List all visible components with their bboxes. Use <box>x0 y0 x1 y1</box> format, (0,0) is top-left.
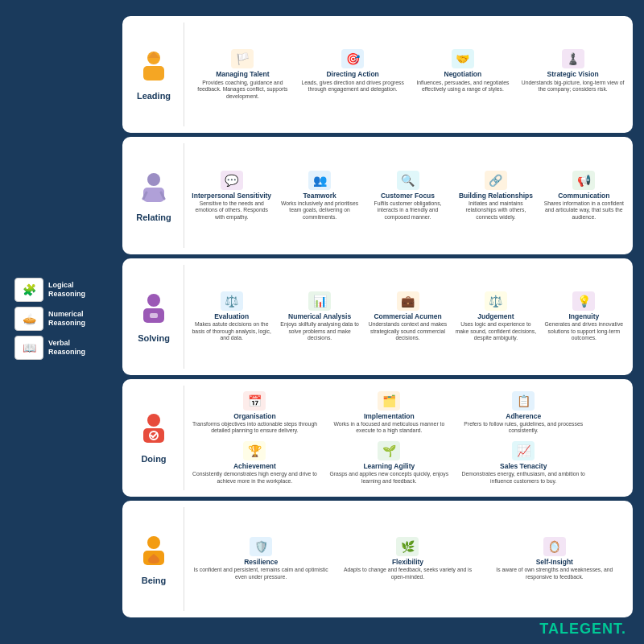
rows-panel: Leading🏳️Managing TalentProvides coachin… <box>122 16 633 617</box>
category-row-relating: Relating💬Interpersonal SensitivitySensit… <box>122 137 633 254</box>
competency-icon-achievement: 🏆 <box>243 441 266 460</box>
competency-name-sales-tenacity: Sales Tenacity <box>500 462 547 470</box>
svg-point-7 <box>147 294 160 307</box>
competencies-grid-doing: 📅OrganisationTransforms objectives into … <box>189 390 626 486</box>
competency-desc-customer-focus: Fulfils customer obligations, interacts … <box>367 200 448 221</box>
competency-icon-commercial-acumen: 💼 <box>397 291 419 311</box>
competency-desc-adherence: Prefers to follow rules, guidelines, and… <box>460 421 588 435</box>
svg-point-13 <box>147 536 160 549</box>
competency-name-learning-agility: Learning Agility <box>363 462 415 470</box>
competencies-grid-relating: 💬Interpersonal SensitivitySensitive to t… <box>189 169 626 223</box>
competency-name-self-insight: Self-Insight <box>536 558 573 566</box>
competencies-grid-solving: ⚖️EvaluationMakes astute decisions on th… <box>189 290 626 344</box>
competency-icon-ingenuity: 💡 <box>572 291 595 311</box>
competency-desc-evaluation: Makes astute decisions on the basis of t… <box>191 321 272 341</box>
competency-icon-numerical-analysis: 📊 <box>308 291 331 311</box>
category-divider-solving <box>184 265 184 369</box>
competency-icon-self-insight: 🪞 <box>543 537 566 556</box>
svg-point-3 <box>147 173 160 186</box>
competency-name-communication: Communication <box>558 192 609 200</box>
competency-name-achievement: Achievement <box>233 462 276 470</box>
competency-name-teamwork: Teamwork <box>303 192 336 200</box>
competency-name-customer-focus: Customer Focus <box>381 192 435 200</box>
competency-desc-negotiation: Influences, persuades, and negotiates ef… <box>411 80 515 93</box>
competency-resilience: 🛡️ResilienceIs confident and persistent,… <box>189 535 332 582</box>
competency-interpersonal-sensitivity: 💬Interpersonal SensitivitySensitive to t… <box>189 169 274 223</box>
category-row-leading: Leading🏳️Managing TalentProvides coachin… <box>122 16 633 133</box>
logical-reasoning-icon: 🧩 <box>14 278 43 302</box>
category-divider-relating <box>184 143 184 247</box>
competency-desc-interpersonal-sensitivity: Sensitive to the needs and emotions of o… <box>191 200 272 221</box>
competency-icon-learning-agility: 🌱 <box>378 441 400 460</box>
talegent-text: TALEGENT. <box>539 621 626 637</box>
competency-icon-strategic-vision: ♟️ <box>562 49 584 68</box>
competency-evaluation: ⚖️EvaluationMakes astute decisions on th… <box>189 290 274 344</box>
competency-name-organisation: Organisation <box>233 412 275 420</box>
competency-name-judgement: Judgement <box>477 312 514 320</box>
svg-point-10 <box>147 414 160 427</box>
category-figure-doing <box>135 411 172 452</box>
competency-desc-building-relationships: Initiates and maintains relationships wi… <box>455 200 536 221</box>
competency-desc-numerical-analysis: Enjoys skilfully analysing data to solve… <box>279 321 360 341</box>
competency-teamwork: 👥TeamworkWorks inclusively and prioritis… <box>277 169 361 223</box>
competency-icon-resilience: 🛡️ <box>250 537 272 556</box>
category-name-solving: Solving <box>138 333 170 343</box>
category-figure-being <box>135 533 172 574</box>
category-name-being: Being <box>142 576 167 585</box>
category-name-relating: Relating <box>136 213 171 222</box>
competency-name-negotiation: Negotiation <box>444 70 482 78</box>
competency-icon-interpersonal-sensitivity: 💬 <box>221 171 243 190</box>
competency-implementation: 🗂️ImplementationWorks in a focused and m… <box>324 390 455 436</box>
category-name-leading: Leading <box>137 91 171 101</box>
competency-sales-tenacity: 📈Sales TenacityDemonstrates energy, enth… <box>458 440 589 486</box>
numerical-reasoning-label: NumericalReasoning <box>48 310 85 328</box>
category-divider-being <box>184 507 184 611</box>
competencies-grid-leading: 🏳️Managing TalentProvides coaching, guid… <box>189 47 626 101</box>
competency-icon-sales-tenacity: 📈 <box>512 441 535 460</box>
verbal-reasoning-label: VerbalReasoning <box>48 339 85 357</box>
competency-desc-teamwork: Works inclusively and prioritises team g… <box>279 200 360 221</box>
competency-name-managing-talent: Managing Talent <box>216 70 269 78</box>
main-content: 🧩 LogicalReasoning 🥧 NumericalReasoning … <box>11 16 633 617</box>
competency-desc-commercial-acumen: Understands context and makes strategica… <box>367 321 448 341</box>
competency-strategic-vision: ♟️Strategic VisionUnderstands big-pictur… <box>519 47 626 101</box>
key-item-logical: 🧩 LogicalReasoning <box>14 278 113 302</box>
competency-achievement: 🏆AchievementConsistently demonstrates hi… <box>189 440 320 486</box>
competency-name-numerical-analysis: Numerical Analysis <box>288 312 351 320</box>
numerical-reasoning-icon: 🥧 <box>14 307 43 331</box>
category-name-doing: Doing <box>141 454 166 464</box>
category-figure-solving <box>135 291 172 332</box>
competency-desc-achievement: Consistently demonstrates high energy an… <box>191 471 319 485</box>
page: 🧩 LogicalReasoning 🥧 NumericalReasoning … <box>0 0 644 644</box>
category-label-relating: Relating <box>129 170 179 222</box>
competencies-grid-being: 🛡️ResilienceIs confident and persistent,… <box>189 535 626 582</box>
category-figure-relating <box>135 170 172 211</box>
category-label-being: Being <box>129 533 179 585</box>
competency-commercial-acumen: 💼Commercial AcumenUnderstands context an… <box>365 290 450 344</box>
competency-name-interpersonal-sensitivity: Interpersonal Sensitivity <box>192 192 271 200</box>
category-row-doing: Doing📅OrganisationTransforms objectives … <box>122 379 633 496</box>
key-panel: 🧩 LogicalReasoning 🥧 NumericalReasoning … <box>11 16 116 617</box>
competency-name-ingenuity: Ingenuity <box>568 312 599 320</box>
competency-desc-learning-agility: Grasps and applies new concepts quickly,… <box>325 471 453 485</box>
competency-icon-organisation: 📅 <box>243 391 266 411</box>
competency-judgement: ⚖️JudgementUses logic and experience to … <box>453 290 538 344</box>
competency-icon-negotiation: 🤝 <box>452 49 474 68</box>
competency-icon-evaluation: ⚖️ <box>221 291 243 311</box>
competency-customer-focus: 🔍Customer FocusFulfils customer obligati… <box>365 169 450 223</box>
competency-icon-customer-focus: 🔍 <box>397 171 419 190</box>
competency-desc-managing-talent: Provides coaching, guidance and feedback… <box>191 80 295 100</box>
competency-desc-resilience: Is confident and persistent, remains cal… <box>191 567 331 580</box>
competency-icon-building-relationships: 🔗 <box>485 171 507 190</box>
category-row-solving: Solving⚖️EvaluationMakes astute decision… <box>122 258 633 375</box>
competency-desc-flexibility: Adapts to change and feedback, seeks var… <box>337 567 477 580</box>
competency-name-implementation: Implementation <box>364 412 415 420</box>
competency-icon-adherence: 📋 <box>512 391 535 411</box>
competency-numerical-analysis: 📊Numerical AnalysisEnjoys skilfully anal… <box>277 290 361 344</box>
competency-name-resilience: Resilience <box>244 558 278 566</box>
competency-icon-directing-action: 🎯 <box>341 49 364 68</box>
competency-icon-judgement: ⚖️ <box>485 291 507 311</box>
category-row-being: Being🛡️ResilienceIs confident and persis… <box>122 501 633 617</box>
competency-name-directing-action: Directing Action <box>326 70 378 78</box>
competency-name-evaluation: Evaluation <box>214 312 249 320</box>
